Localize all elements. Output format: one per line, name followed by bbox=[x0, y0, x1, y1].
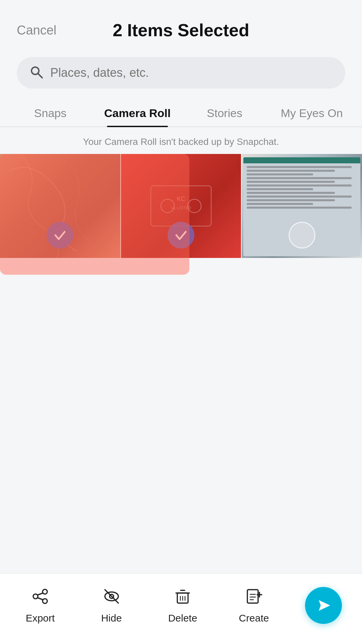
check-circle-1[interactable] bbox=[47, 222, 73, 249]
tab-my-eyes-on[interactable]: My Eyes On bbox=[268, 99, 355, 126]
camera-roll-notice: Your Camera Roll isn't backed up by Snap… bbox=[0, 127, 362, 154]
page-title: 2 Items Selected bbox=[113, 20, 249, 40]
tabs-bar: Snaps Camera Roll Stories My Eyes On bbox=[0, 99, 362, 127]
photo-cell-3[interactable] bbox=[241, 154, 362, 258]
create-icon bbox=[245, 587, 263, 608]
photo-cell-2[interactable]: KC UL LISTED bbox=[120, 154, 241, 258]
search-input[interactable] bbox=[50, 66, 333, 80]
svg-line-10 bbox=[38, 593, 43, 595]
delete-button[interactable]: Delete bbox=[163, 587, 203, 624]
tab-stories[interactable]: Stories bbox=[181, 99, 268, 126]
svg-marker-27 bbox=[319, 600, 330, 611]
export-button[interactable]: Export bbox=[20, 587, 60, 624]
photo-grid-area: KC UL LISTED bbox=[0, 154, 362, 265]
tab-camera-roll[interactable]: Camera Roll bbox=[94, 99, 181, 126]
hide-button[interactable]: Hide bbox=[92, 587, 132, 624]
export-label: Export bbox=[26, 612, 55, 624]
create-label: Create bbox=[239, 612, 269, 624]
delete-icon bbox=[173, 587, 192, 608]
search-icon bbox=[29, 64, 44, 81]
select-circle-3[interactable] bbox=[289, 222, 315, 249]
search-bar bbox=[17, 57, 345, 89]
delete-label: Delete bbox=[168, 612, 197, 624]
bottom-toolbar: Export Hide Delete bbox=[0, 573, 362, 644]
svg-line-11 bbox=[38, 598, 43, 600]
hide-icon bbox=[102, 587, 121, 608]
send-button[interactable] bbox=[305, 587, 342, 624]
tab-snaps[interactable]: Snaps bbox=[7, 99, 94, 126]
header: Cancel 2 Items Selected bbox=[0, 0, 362, 50]
svg-rect-21 bbox=[247, 590, 258, 603]
photo-grid: KC UL LISTED bbox=[0, 154, 362, 258]
photo-cell-1[interactable] bbox=[0, 154, 120, 258]
check-circle-2[interactable] bbox=[168, 222, 194, 249]
hide-label: Hide bbox=[101, 612, 122, 624]
export-icon bbox=[31, 587, 50, 608]
search-container bbox=[0, 50, 362, 99]
cancel-button[interactable]: Cancel bbox=[17, 23, 56, 38]
create-button[interactable]: Create bbox=[234, 587, 274, 624]
svg-line-1 bbox=[38, 73, 42, 78]
